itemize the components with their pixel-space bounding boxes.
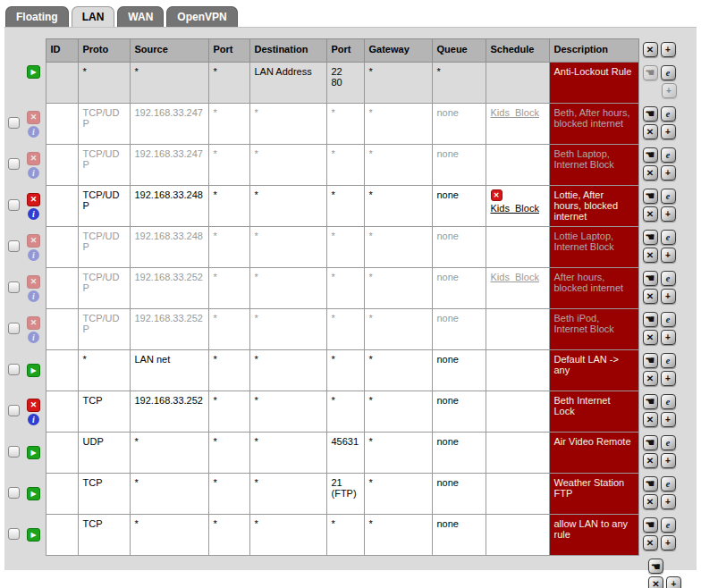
row-select-cell	[4, 350, 22, 391]
delete-rule-button[interactable]: ✕	[643, 289, 658, 304]
edit-rule-button[interactable]: e	[661, 230, 676, 245]
edit-rule-button[interactable]: e	[661, 65, 676, 80]
source-port-cell: *	[208, 268, 249, 309]
move-rule-button[interactable]: ☚	[643, 435, 658, 450]
protocol-cell: *	[78, 63, 130, 104]
firewall-rules-table: ID Proto Source Port Destination Port Ga…	[4, 38, 691, 556]
schedule-link[interactable]: Kids_Block	[491, 272, 539, 282]
row-select-checkbox[interactable]	[8, 158, 20, 170]
move-rule-button[interactable]: ☚	[643, 394, 658, 409]
edit-rule-button[interactable]: e	[661, 394, 676, 409]
delete-rule-button[interactable]: ✕	[643, 165, 658, 181]
info-icon: i	[28, 126, 39, 138]
add-rule-based-on-this-button[interactable]: +	[661, 412, 676, 427]
row-select-checkbox[interactable]	[8, 117, 20, 129]
move-rule-button[interactable]: ☚	[643, 476, 658, 491]
add-rule-based-on-this-button[interactable]: +	[661, 453, 676, 468]
row-select-checkbox[interactable]	[8, 446, 20, 458]
protocol-cell: *	[78, 350, 130, 391]
row-select-checkbox[interactable]	[8, 364, 20, 375]
delete-rule-button[interactable]: ✕	[643, 248, 658, 263]
edit-rule-button[interactable]: e	[661, 189, 676, 204]
add-rule-based-on-this-button[interactable]: +	[661, 371, 676, 386]
move-selected-to-end-button[interactable]: ☚	[648, 559, 663, 574]
rule-description: Beth Laptop, Internet Block	[549, 145, 638, 186]
row-actions-line1: ☚e	[643, 476, 677, 491]
source-cell: *	[130, 474, 208, 515]
tab-openvpn[interactable]: OpenVPN	[166, 6, 237, 27]
schedule-link[interactable]: Kids_Block	[491, 203, 539, 214]
destination-port-cell: *	[326, 515, 364, 556]
move-rule-button[interactable]: ☚	[643, 230, 658, 245]
column-header-gateway: Gateway	[364, 39, 432, 63]
column-header-proto: Proto	[78, 39, 130, 63]
delete-rule-button[interactable]: ✕	[643, 453, 658, 468]
destination-port-cell: 22 80	[326, 63, 364, 104]
move-rule-button[interactable]: ☚	[643, 189, 658, 204]
row-actions: ☚e✕+	[638, 145, 691, 186]
row-select-checkbox[interactable]	[8, 528, 20, 540]
row-select-checkbox[interactable]	[8, 199, 20, 211]
add-rule-based-on-this-button[interactable]: +	[661, 494, 676, 509]
source-cell: *	[130, 433, 208, 474]
move-rule-button[interactable]: ☚	[643, 106, 658, 122]
row-select-checkbox[interactable]	[8, 405, 20, 416]
delete-selected-rules-button[interactable]: ✕	[643, 42, 658, 57]
tab-lan[interactable]: LAN	[72, 6, 115, 27]
delete-rule-button[interactable]: ✕	[643, 535, 658, 550]
add-rule-based-on-this-button[interactable]: +	[661, 248, 676, 263]
edit-rule-button[interactable]: e	[661, 476, 676, 491]
gateway-cell: *	[364, 474, 432, 515]
add-new-rule-button[interactable]: +	[661, 42, 676, 57]
edit-rule-button[interactable]: e	[661, 312, 676, 327]
add-new-rule-button[interactable]: +	[666, 576, 681, 588]
tab-floating[interactable]: Floating	[5, 6, 69, 27]
delete-rule-button[interactable]: ✕	[643, 206, 658, 222]
move-rule-button[interactable]: ☚	[643, 353, 658, 368]
row-select-checkbox[interactable]	[8, 281, 20, 293]
column-header-queue: Queue	[432, 39, 486, 63]
gateway-cell: *	[364, 268, 432, 309]
move-rule-button[interactable]: ☚	[643, 271, 658, 286]
tab-wan[interactable]: WAN	[117, 6, 164, 27]
tab-bar: FloatingLANWANOpenVPN	[4, 5, 697, 27]
schedule-cell	[486, 515, 549, 556]
delete-rule-button[interactable]: ✕	[643, 412, 658, 427]
delete-rule-button[interactable]: ✕	[643, 124, 658, 139]
pass-rule-icon: ▶	[27, 446, 40, 459]
source-port-cell: *	[208, 145, 249, 186]
move-rule-button[interactable]: ☚	[643, 312, 658, 327]
edit-rule-button[interactable]: e	[661, 517, 676, 533]
edit-rule-button[interactable]: e	[661, 106, 676, 122]
schedule-link[interactable]: Kids_Block	[491, 107, 539, 118]
add-rule-based-on-this-button[interactable]: +	[661, 330, 676, 345]
move-rule-button[interactable]: ☚	[643, 517, 658, 533]
edit-rule-button[interactable]: e	[661, 147, 676, 163]
edit-rule-button[interactable]: e	[661, 353, 676, 368]
delete-selected-rules-button[interactable]: ✕	[648, 576, 663, 588]
row-select-cell	[4, 309, 22, 350]
add-rule-based-on-this-button[interactable]: +	[661, 289, 676, 304]
add-rule-based-on-this-button[interactable]: +	[661, 535, 676, 550]
table-row: ✕iTCP192.168.33.252****noneBeth Internet…	[4, 391, 691, 433]
gateway-cell: *	[364, 515, 432, 556]
info-icon: i	[28, 208, 39, 220]
row-select-checkbox[interactable]	[8, 240, 20, 252]
edit-rule-button[interactable]: e	[661, 435, 676, 450]
row-actions: ☚e✕+	[638, 104, 691, 145]
gateway-cell: *	[364, 145, 432, 186]
row-select-checkbox[interactable]	[8, 487, 20, 499]
add-rule-based-on-this-button[interactable]: +	[661, 165, 676, 181]
source-cell: 192.168.33.248	[130, 186, 208, 227]
delete-rule-button[interactable]: ✕	[643, 371, 658, 386]
add-rule-based-on-this-button[interactable]: +	[661, 124, 676, 139]
add-rule-based-on-this-button[interactable]: +	[661, 206, 676, 222]
header-actions: ✕ +	[638, 39, 691, 63]
move-rule-button[interactable]: ☚	[643, 147, 658, 163]
row-actions-line2: ✕+	[643, 248, 677, 263]
delete-rule-button[interactable]: ✕	[643, 330, 658, 345]
edit-rule-button[interactable]: e	[661, 271, 676, 286]
row-select-checkbox[interactable]	[8, 323, 20, 334]
rule-id-cell	[46, 350, 78, 391]
delete-rule-button[interactable]: ✕	[643, 494, 658, 509]
